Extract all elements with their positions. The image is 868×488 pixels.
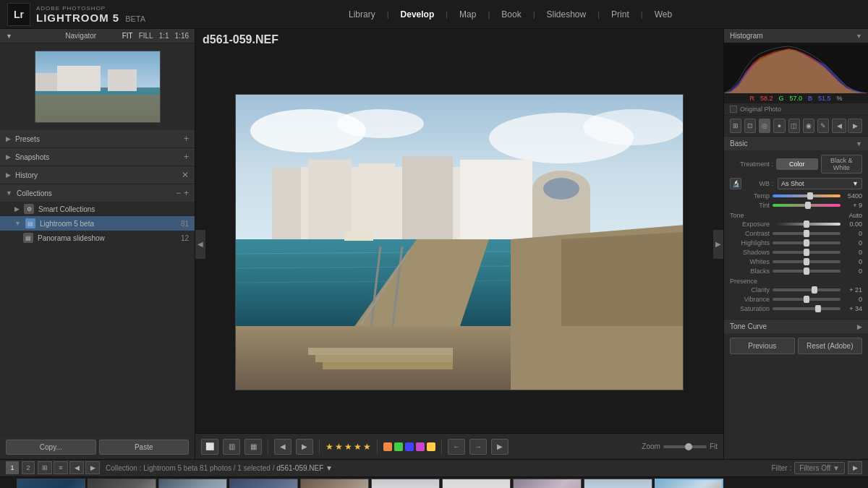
loupe-btn[interactable]: ⬜ <box>201 439 218 455</box>
snapshots-add-btn[interactable]: + <box>184 152 189 162</box>
histogram-header[interactable]: Histogram ▼ <box>724 29 868 43</box>
crop-tool-icon[interactable]: ⊡ <box>744 119 756 133</box>
svg-point-8 <box>337 109 424 138</box>
next-photo-btn[interactable]: ▶ <box>296 439 313 455</box>
left-panel-toggle[interactable]: ◀ <box>195 230 205 259</box>
saturation-row: Saturation + 34 <box>730 305 862 312</box>
nav-map[interactable]: Map <box>448 0 488 29</box>
nav-slideshow[interactable]: Slideshow <box>535 0 598 29</box>
vibrance-slider[interactable] <box>773 298 841 301</box>
filter-dropdown[interactable]: Filters Off ▼ <box>794 462 845 474</box>
nav-web[interactable]: Web <box>643 0 684 29</box>
star-rating[interactable]: ★★★★★ <box>326 442 371 452</box>
nav-print[interactable]: Print <box>600 0 641 29</box>
paste-button[interactable]: Paste <box>99 440 190 455</box>
color-label-green[interactable] <box>394 442 403 451</box>
film-photo-10[interactable]: ★★★★★ <box>655 479 723 488</box>
original-photo-checkbox[interactable] <box>730 106 737 113</box>
heal-tool-icon[interactable]: ◎ <box>759 119 770 133</box>
highlights-slider[interactable] <box>773 241 841 244</box>
zoom-slider[interactable] <box>663 445 707 448</box>
collections-remove-btn[interactable]: − <box>176 188 181 198</box>
lr5-beta-item[interactable]: ▼ ▤ Lightroom 5 beta 81 <box>0 216 195 231</box>
film-photo-9[interactable]: ★★★★★ <box>584 479 652 488</box>
contrast-slider[interactable] <box>773 232 841 235</box>
bw-treatment-btn[interactable]: Black & White <box>821 155 863 174</box>
basic-arrow: ▼ <box>856 140 862 147</box>
blacks-slider[interactable] <box>773 270 841 273</box>
redeye-tool-icon[interactable]: ● <box>773 119 785 133</box>
page-2-btn[interactable]: 2 <box>22 461 35 474</box>
gradfilter-tool-icon[interactable]: ◫ <box>788 119 800 133</box>
history-header[interactable]: ▶ History ✕ <box>0 166 195 184</box>
color-label-red[interactable] <box>383 442 392 451</box>
shadows-slider[interactable] <box>773 251 841 254</box>
film-photo-5[interactable]: ★★★★★ <box>300 479 369 488</box>
collections-header[interactable]: ▼ Collections − + <box>0 184 195 202</box>
wb-dropdown[interactable]: As Shot ▼ <box>778 178 862 189</box>
flag-btn[interactable]: → <box>469 439 487 455</box>
smart-collections-item[interactable]: ▶ ⚙ Smart Collections <box>0 202 195 216</box>
presets-add-btn[interactable]: + <box>184 134 189 144</box>
color-label-yellow[interactable] <box>427 442 435 451</box>
auto-btn[interactable]: Auto <box>848 212 862 219</box>
nav-fill-btn[interactable]: FILL <box>139 32 153 40</box>
film-photo-8[interactable]: ★★★★★ <box>513 479 582 488</box>
navigator-thumbnail[interactable] <box>35 51 161 123</box>
right-panel-toggle[interactable]: ▶ <box>713 230 723 259</box>
color-treatment-btn[interactable]: Color <box>776 158 818 170</box>
page-1-btn[interactable]: 1 <box>6 461 19 474</box>
nav-1to1-btn[interactable]: 1:1 <box>159 32 169 40</box>
film-photo-1[interactable]: ★★★★★ <box>17 479 85 488</box>
color-label-blue[interactable] <box>405 442 414 451</box>
navigator-header[interactable]: ▼ Navigator FIT FILL 1:1 1:16 <box>0 29 195 43</box>
nav-library[interactable]: Library <box>337 0 387 29</box>
panorama-item[interactable]: ▤ Panorama slideshow 12 <box>0 231 195 245</box>
presets-header[interactable]: ▶ Presets + <box>0 130 195 147</box>
zoom-handle[interactable] <box>685 443 692 450</box>
copy-button[interactable]: Copy... <box>6 440 96 455</box>
next-panel-btn[interactable]: ▶ <box>848 119 862 133</box>
reset-button[interactable]: Reset (Adobe) <box>798 338 863 354</box>
history-clear-btn[interactable]: ✕ <box>182 170 189 180</box>
film-photo-4[interactable]: ★★★★★ <box>229 479 298 488</box>
snapshots-header[interactable]: ▶ Snapshots + <box>0 148 195 166</box>
basic-header[interactable]: Basic ▼ <box>724 137 868 150</box>
flag-reject-btn[interactable]: ← <box>448 439 465 455</box>
saturation-slider[interactable] <box>773 307 841 310</box>
whites-slider[interactable] <box>773 260 841 263</box>
temp-value: 5400 <box>841 192 862 200</box>
collections-add-btn[interactable]: + <box>184 188 189 198</box>
filter-expand-btn[interactable]: ▶ <box>848 461 862 474</box>
film-photo-7[interactable]: ★★★★★ <box>442 479 511 488</box>
play-btn[interactable]: ▶ <box>491 439 509 455</box>
grid-tool-icon[interactable]: ⊞ <box>730 119 741 133</box>
nav-1to16-btn[interactable]: 1:16 <box>175 32 189 40</box>
radfilter-tool-icon[interactable]: ◉ <box>803 119 814 133</box>
tint-slider[interactable] <box>773 204 841 207</box>
list-view-btn[interactable]: ≡ <box>54 461 68 474</box>
prev-nav-btn[interactable]: ◀ <box>69 461 84 474</box>
nav-fit-btn[interactable]: FIT <box>122 32 133 40</box>
survey-btn[interactable]: ▦ <box>244 439 262 455</box>
color-label-purple[interactable] <box>416 442 425 451</box>
next-nav-btn[interactable]: ▶ <box>85 461 100 474</box>
film-photo-6[interactable]: ★★★★★ <box>371 479 440 488</box>
compare-btn[interactable]: ▥ <box>223 439 240 455</box>
filmstrip-filename: d561-059.NEF <box>276 464 323 472</box>
film-photo-3[interactable]: ★★★★★ <box>158 479 227 488</box>
brush-tool-icon[interactable]: ✎ <box>817 119 829 133</box>
exposure-slider[interactable] <box>773 223 841 226</box>
photo-container[interactable] <box>195 51 723 433</box>
prev-panel-btn[interactable]: ◀ <box>832 119 846 133</box>
nav-book[interactable]: Book <box>490 0 532 29</box>
prev-photo-btn[interactable]: ◀ <box>274 439 292 455</box>
temp-slider[interactable] <box>773 194 841 197</box>
eyedropper-btn[interactable]: 🔬 <box>730 178 741 189</box>
previous-button[interactable]: Previous <box>730 338 795 354</box>
film-photo-2[interactable]: ★★★★★ <box>88 479 156 488</box>
nav-develop[interactable]: Develop <box>389 0 446 29</box>
clarity-slider[interactable] <box>773 288 841 291</box>
grid-view-btn[interactable]: ⊞ <box>38 461 52 474</box>
tone-curve-header[interactable]: Tone Curve ▶ <box>724 320 868 333</box>
